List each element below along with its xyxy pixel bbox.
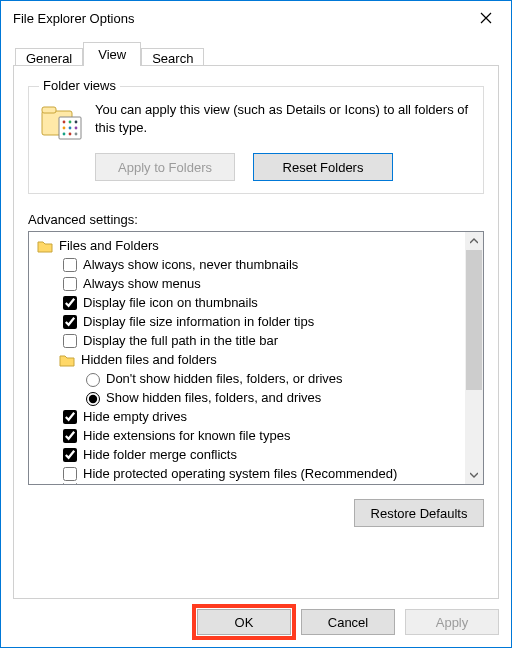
client-area: General View Search Folder views You can… bbox=[1, 35, 511, 647]
folder-icon bbox=[59, 353, 75, 367]
tree-item[interactable]: Hide extensions for known file types bbox=[33, 426, 463, 445]
tree-item[interactable]: Hide folder merge conflicts bbox=[33, 445, 463, 464]
close-icon bbox=[480, 12, 492, 24]
folder-views-text: You can apply this view (such as Details… bbox=[95, 101, 471, 136]
tree-item[interactable]: Always show icons, never thumbnails bbox=[33, 255, 463, 274]
checkbox[interactable] bbox=[63, 467, 77, 481]
svg-rect-1 bbox=[42, 107, 56, 113]
checkbox[interactable] bbox=[63, 315, 77, 329]
cancel-button[interactable]: Cancel bbox=[301, 609, 395, 635]
chevron-up-icon bbox=[470, 238, 478, 244]
checkbox[interactable] bbox=[63, 410, 77, 424]
tab-page-view: Folder views You can apply this view (su… bbox=[13, 65, 499, 599]
svg-point-9 bbox=[63, 133, 66, 136]
checkbox[interactable] bbox=[63, 448, 77, 462]
svg-point-8 bbox=[75, 127, 78, 130]
tree-item[interactable]: Display file icon on thumbnails bbox=[33, 293, 463, 312]
tabstrip: General View Search bbox=[13, 39, 499, 65]
tree-item[interactable]: Hide protected operating system files (R… bbox=[33, 464, 463, 483]
advanced-settings-box: Files and Folders Always show icons, nev… bbox=[28, 231, 484, 485]
tree-root: Files and Folders bbox=[33, 236, 463, 255]
scrollbar[interactable] bbox=[465, 232, 483, 484]
titlebar: File Explorer Options bbox=[1, 1, 511, 35]
chevron-down-icon bbox=[470, 472, 478, 478]
svg-point-3 bbox=[63, 121, 66, 124]
checkbox[interactable] bbox=[63, 334, 77, 348]
tree-subfolder: Hidden files and folders bbox=[33, 350, 463, 369]
svg-point-7 bbox=[69, 127, 72, 130]
folder-views-group: Folder views You can apply this view (su… bbox=[28, 86, 484, 194]
restore-defaults-button[interactable]: Restore Defaults bbox=[354, 499, 484, 527]
apply-button: Apply bbox=[405, 609, 499, 635]
scroll-up-button[interactable] bbox=[465, 232, 483, 250]
tree-item[interactable]: Don't show hidden files, folders, or dri… bbox=[33, 369, 463, 388]
tree-item[interactable]: Display file size information in folder … bbox=[33, 312, 463, 331]
checkbox[interactable] bbox=[63, 429, 77, 443]
svg-point-6 bbox=[63, 127, 66, 130]
svg-point-5 bbox=[75, 121, 78, 124]
checkbox[interactable] bbox=[63, 483, 77, 484]
reset-folders-button[interactable]: Reset Folders bbox=[253, 153, 393, 181]
svg-point-10 bbox=[69, 133, 72, 136]
svg-point-4 bbox=[69, 121, 72, 124]
close-button[interactable] bbox=[463, 3, 509, 33]
checkbox[interactable] bbox=[63, 277, 77, 291]
advanced-settings-tree[interactable]: Files and Folders Always show icons, nev… bbox=[29, 232, 465, 484]
tree-item[interactable]: Always show menus bbox=[33, 274, 463, 293]
scroll-thumb[interactable] bbox=[466, 250, 482, 390]
ok-highlight: OK bbox=[197, 609, 291, 635]
checkbox[interactable] bbox=[63, 296, 77, 310]
tab-view[interactable]: View bbox=[83, 42, 141, 66]
dialog-buttons: OK Cancel Apply bbox=[13, 599, 499, 635]
tree-item[interactable]: Launch folder windows in a separate proc… bbox=[33, 483, 463, 484]
advanced-settings-label: Advanced settings: bbox=[28, 212, 484, 227]
tree-item[interactable]: Display the full path in the title bar bbox=[33, 331, 463, 350]
window-title: File Explorer Options bbox=[13, 11, 463, 26]
ok-button[interactable]: OK bbox=[197, 609, 291, 635]
tree-item[interactable]: Show hidden files, folders, and drives bbox=[33, 388, 463, 407]
svg-point-11 bbox=[75, 133, 78, 136]
scroll-track[interactable] bbox=[465, 250, 483, 466]
apply-to-folders-button: Apply to Folders bbox=[95, 153, 235, 181]
radio[interactable] bbox=[86, 392, 100, 406]
file-explorer-options-window: File Explorer Options General View Searc… bbox=[0, 0, 512, 648]
checkbox[interactable] bbox=[63, 258, 77, 272]
tree-item[interactable]: Hide empty drives bbox=[33, 407, 463, 426]
scroll-down-button[interactable] bbox=[465, 466, 483, 484]
folder-views-icon bbox=[41, 103, 83, 141]
radio[interactable] bbox=[86, 373, 100, 387]
folder-views-legend: Folder views bbox=[39, 78, 120, 93]
folder-icon bbox=[37, 239, 53, 253]
